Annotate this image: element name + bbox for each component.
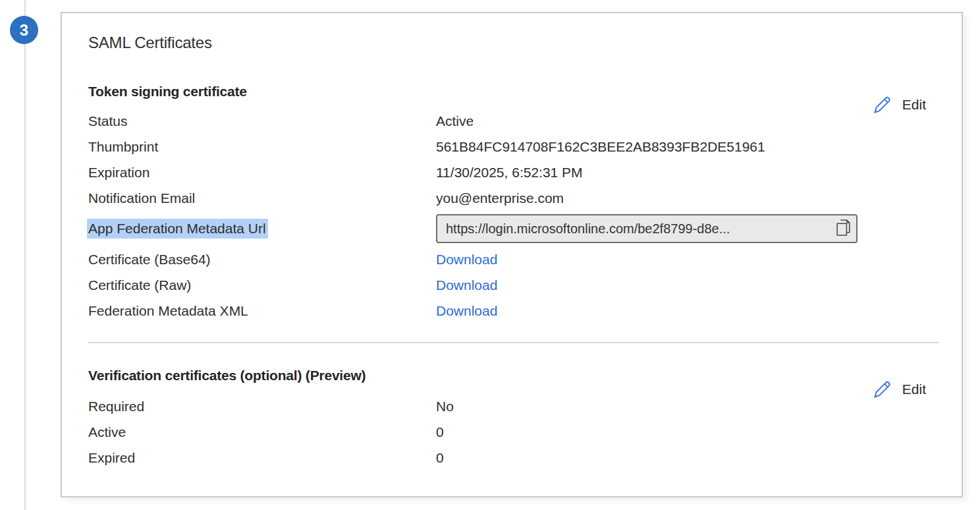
active-count-row: Active 0 [88, 419, 935, 445]
download-certificate-base64-link[interactable]: Download [436, 252, 497, 268]
selected-label-text: App Federation Metadata Url [87, 219, 268, 239]
status-row: Status Active [88, 108, 935, 134]
notification-email-value: you@enterprise.com [436, 190, 564, 206]
certificate-raw-label: Certificate (Raw) [88, 277, 436, 293]
active-count-value: 0 [436, 424, 444, 440]
federation-metadata-xml-row: Federation Metadata XML Download [88, 298, 935, 324]
thumbprint-value: 561B84FC914708F162C3BEE2AB8393FB2DE51961 [436, 139, 765, 155]
app-federation-metadata-url-input[interactable] [436, 214, 858, 243]
required-label: Required [88, 399, 436, 414]
saml-certificates-card: SAML Certificates Token signing certific… [61, 12, 963, 497]
thumbprint-label: Thumbprint [88, 139, 436, 155]
app-federation-metadata-url-label: App Federation Metadata Url [88, 221, 436, 237]
notification-email-row: Notification Email you@enterprise.com [88, 185, 935, 211]
required-row: Required No [88, 393, 935, 419]
certificate-raw-row: Certificate (Raw) Download [88, 272, 935, 298]
federation-metadata-xml-label: Federation Metadata XML [88, 303, 436, 319]
step-number: 3 [20, 21, 28, 40]
expired-count-value: 0 [436, 450, 444, 466]
saml-certificates-page: 3 SAML Certificates Token signing certif… [0, 0, 980, 510]
step-number-badge: 3 [10, 16, 38, 44]
expiration-label: Expiration [88, 165, 436, 181]
status-value: Active [436, 113, 474, 129]
verification-rows: Required No Active 0 Expired 0 [88, 393, 935, 470]
expiration-value: 11/30/2025, 6:52:31 PM [436, 165, 583, 181]
app-federation-metadata-url-field-wrap [436, 214, 858, 243]
certificate-base64-label: Certificate (Base64) [88, 252, 436, 268]
token-signing-heading: Token signing certificate [88, 84, 247, 99]
required-value: No [436, 399, 454, 414]
status-label: Status [88, 113, 436, 129]
active-count-label: Active [88, 424, 436, 440]
certificate-base64-row: Certificate (Base64) Download [88, 246, 935, 272]
expired-count-label: Expired [88, 450, 436, 466]
thumbprint-row: Thumbprint 561B84FC914708F162C3BEE2AB839… [88, 134, 935, 159]
download-certificate-raw-link[interactable]: Download [436, 277, 497, 293]
download-federation-metadata-xml-link[interactable]: Download [436, 303, 497, 319]
copy-icon [836, 219, 851, 239]
expired-count-row: Expired 0 [88, 445, 935, 470]
verification-certificates-heading: Verification certificates (optional) (Pr… [88, 368, 366, 383]
token-signing-rows: Status Active Thumbprint 561B84FC914708F… [88, 108, 935, 324]
section-divider [88, 342, 939, 343]
app-federation-metadata-url-row: App Federation Metadata Url [88, 211, 935, 246]
step-connector-line [24, 0, 26, 510]
expiration-row: Expiration 11/30/2025, 6:52:31 PM [88, 159, 935, 185]
copy-url-button[interactable] [831, 217, 855, 241]
notification-email-label: Notification Email [88, 190, 436, 206]
card-title: SAML Certificates [88, 34, 212, 52]
